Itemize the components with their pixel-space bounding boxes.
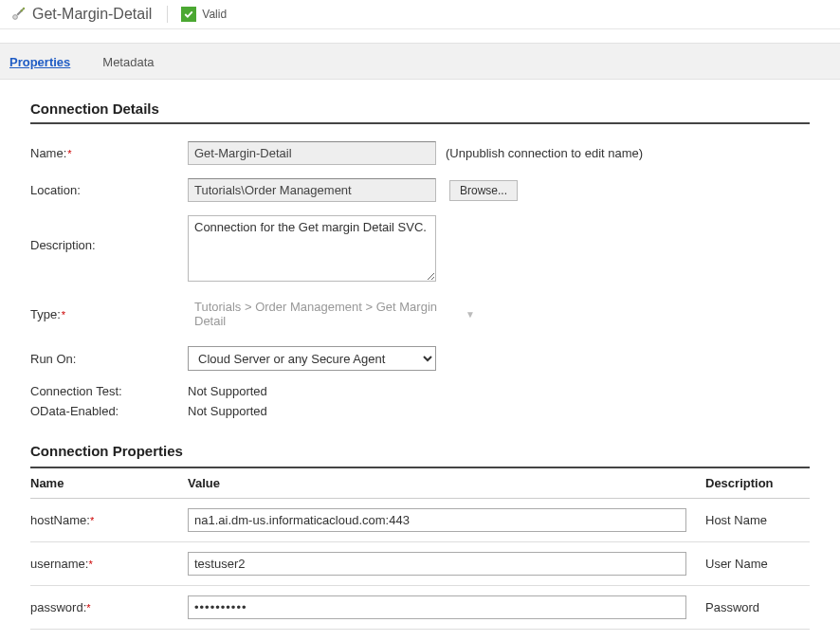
property-name-host-name: hostName:*	[30, 513, 188, 527]
property-desc-password: Password	[705, 600, 810, 614]
unpublish-note: (Unpublish connection to edit name)	[446, 146, 643, 160]
property-name-username: username:*	[30, 557, 188, 571]
col-header-value: Value	[188, 476, 705, 490]
col-header-name: Name	[30, 476, 188, 490]
property-value-cell-host-name	[188, 508, 705, 532]
run-on-select[interactable]: Cloud Server or any Secure Agent	[188, 346, 436, 371]
label-run-on: Run On:	[30, 352, 188, 366]
svg-point-0	[13, 15, 18, 20]
required-asterisk: *	[86, 602, 90, 614]
label-connection-test: Connection Test:	[30, 384, 188, 398]
label-name-text: Name:	[30, 146, 66, 160]
status-container: Valid	[181, 7, 227, 22]
tabs-bar: Properties Metadata	[0, 43, 840, 80]
property-name-password: password:*	[30, 600, 188, 614]
row-location: Location: Browse...	[30, 178, 810, 202]
connection-test-value: Not Supported	[188, 384, 267, 398]
col-header-description: Description	[705, 476, 810, 490]
required-asterisk: *	[67, 148, 71, 159]
row-name: Name:* (Unpublish connection to edit nam…	[30, 141, 810, 165]
page-title: Get-Margin-Detail	[32, 6, 168, 23]
valid-check-icon	[181, 7, 196, 22]
odata-value: Not Supported	[188, 404, 267, 418]
host-name-input[interactable]	[188, 508, 686, 532]
type-select-disabled: Tutorials > Order Management > Get Margi…	[188, 295, 482, 333]
location-input	[188, 178, 436, 202]
required-asterisk: *	[88, 559, 92, 570]
label-type: Type:*	[30, 307, 188, 321]
label-description: Description:	[30, 215, 188, 252]
section-connection-properties-title: Connection Properties	[30, 443, 810, 467]
tab-metadata[interactable]: Metadata	[100, 44, 167, 79]
type-display-text: Tutorials > Order Management > Get Margi…	[194, 300, 466, 328]
row-odata: OData-Enabled: Not Supported	[30, 404, 810, 418]
label-type-text: Type:	[30, 307, 61, 321]
status-text: Valid	[202, 8, 227, 21]
required-asterisk: *	[62, 309, 65, 320]
required-asterisk: *	[90, 515, 94, 526]
property-value-cell-password	[188, 595, 705, 619]
svg-point-3	[23, 8, 25, 9]
label-location: Location:	[30, 183, 188, 197]
svg-point-2	[21, 9, 23, 11]
row-type: Type:* Tutorials > Order Management > Ge…	[30, 295, 810, 333]
property-row-password: password:*Password	[30, 586, 810, 630]
row-description: Description: Connection for the Get marg…	[30, 215, 810, 282]
property-desc-host-name: Host Name	[705, 513, 810, 527]
label-name: Name:*	[30, 146, 188, 160]
page-header: Get-Margin-Detail Valid	[0, 0, 840, 29]
description-textarea[interactable]: Connection for the Get margin Detail SVC…	[188, 215, 436, 282]
label-odata: OData-Enabled:	[30, 404, 188, 418]
row-run-on: Run On: Cloud Server or any Secure Agent	[30, 346, 810, 371]
row-connection-test: Connection Test: Not Supported	[30, 384, 810, 398]
properties-header-row: Name Value Description	[30, 467, 810, 499]
property-desc-username: User Name	[705, 557, 810, 571]
tab-properties[interactable]: Properties	[8, 44, 83, 79]
property-row-host-name: hostName:*Host Name	[30, 499, 810, 542]
main-content: Connection Details Name:* (Unpublish con…	[0, 101, 840, 630]
browse-button[interactable]: Browse...	[449, 180, 518, 201]
chevron-down-icon: ▼	[466, 309, 475, 320]
section-connection-details-title: Connection Details	[30, 101, 810, 124]
name-input	[188, 141, 436, 165]
username-input[interactable]	[188, 552, 686, 576]
password-input[interactable]	[188, 595, 686, 619]
property-row-username: username:*User Name	[30, 542, 810, 586]
properties-body: hostName:*Host Nameusername:*User Namepa…	[30, 499, 810, 630]
property-value-cell-username	[188, 552, 705, 576]
connector-icon	[9, 6, 27, 23]
